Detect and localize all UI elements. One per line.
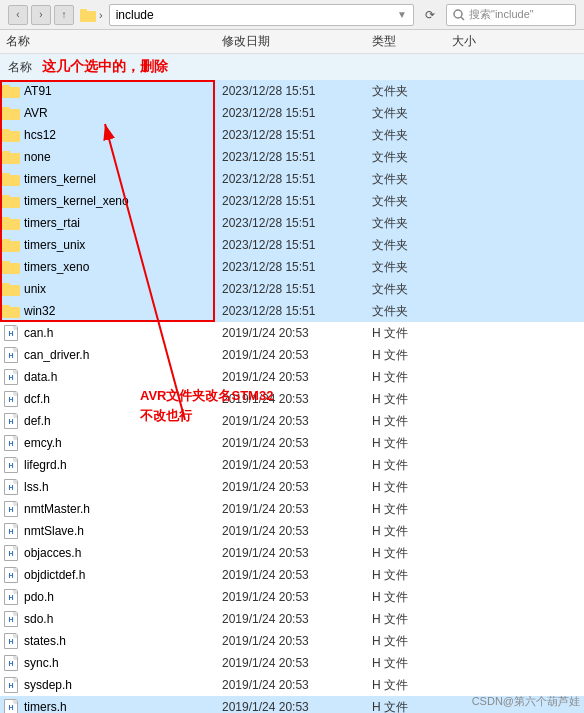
file-date: 2023/12/28 15:51 xyxy=(222,172,372,186)
table-row[interactable]: win32 2023/12/28 15:51 文件夹 xyxy=(0,300,584,322)
file-date: 2019/1/24 20:53 xyxy=(222,326,372,340)
folders-container: AT91 2023/12/28 15:51 文件夹 AVR 2023/12/28… xyxy=(0,80,584,322)
file-date: 2019/1/24 20:53 xyxy=(222,678,372,692)
svg-rect-13 xyxy=(2,173,10,177)
file-type: H 文件 xyxy=(372,369,452,386)
back-button[interactable]: ‹ xyxy=(8,5,28,25)
file-date: 2019/1/24 20:53 xyxy=(222,524,372,538)
svg-rect-11 xyxy=(2,151,10,155)
column-headers: 名称 修改日期 类型 大小 xyxy=(0,30,584,54)
file-date: 2019/1/24 20:53 xyxy=(222,612,372,626)
breadcrumb[interactable]: include ▼ xyxy=(109,4,414,26)
file-date: 2023/12/28 15:51 xyxy=(222,106,372,120)
search-bar[interactable]: 搜索"include" xyxy=(446,4,576,26)
forward-button[interactable]: › xyxy=(31,5,51,25)
table-row[interactable]: H nmtMaster.h 2019/1/24 20:53 H 文件 xyxy=(0,498,584,520)
folder-icon xyxy=(2,148,20,166)
table-row[interactable]: H pdo.h 2019/1/24 20:53 H 文件 xyxy=(0,586,584,608)
file-name: lss.h xyxy=(24,480,222,494)
file-name: nmtMaster.h xyxy=(24,502,222,516)
file-name: win32 xyxy=(24,304,222,318)
file-date: 2023/12/28 15:51 xyxy=(222,238,372,252)
table-row[interactable]: H dcf.h 2019/1/24 20:53 H 文件 xyxy=(0,388,584,410)
file-type: 文件夹 xyxy=(372,171,452,188)
table-row[interactable]: AT91 2023/12/28 15:51 文件夹 xyxy=(0,80,584,102)
folder-icon xyxy=(2,302,20,320)
file-type: 文件夹 xyxy=(372,237,452,254)
table-row[interactable]: H emcy.h 2019/1/24 20:53 H 文件 xyxy=(0,432,584,454)
file-name: timers_unix xyxy=(24,238,222,252)
table-row[interactable]: H def.h 2019/1/24 20:53 H 文件 xyxy=(0,410,584,432)
col-type-header[interactable]: 类型 xyxy=(372,33,452,50)
file-icon: H xyxy=(2,412,20,430)
annotation-delete-text: 这几个选中的，删除 xyxy=(42,58,168,76)
file-date: 2023/12/28 15:51 xyxy=(222,282,372,296)
file-icon: H xyxy=(2,324,20,342)
file-date: 2019/1/24 20:53 xyxy=(222,458,372,472)
file-icon: H xyxy=(2,500,20,518)
svg-rect-23 xyxy=(2,283,10,287)
folder-icon xyxy=(2,214,20,232)
col-name-header[interactable]: 名称 xyxy=(2,33,222,50)
svg-rect-7 xyxy=(2,107,10,111)
file-icon: H xyxy=(2,522,20,540)
file-icon: H xyxy=(2,654,20,672)
file-date: 2019/1/24 20:53 xyxy=(222,480,372,494)
table-row[interactable]: H states.h 2019/1/24 20:53 H 文件 xyxy=(0,630,584,652)
file-name: emcy.h xyxy=(24,436,222,450)
table-row[interactable]: H sysdep.h 2019/1/24 20:53 H 文件 xyxy=(0,674,584,696)
file-date: 2023/12/28 15:51 xyxy=(222,260,372,274)
table-row[interactable]: H objdictdef.h 2019/1/24 20:53 H 文件 xyxy=(0,564,584,586)
files-container: H can.h 2019/1/24 20:53 H 文件 H can_drive… xyxy=(0,322,584,713)
table-row[interactable]: H data.h 2019/1/24 20:53 H 文件 xyxy=(0,366,584,388)
search-icon xyxy=(453,9,465,21)
file-date: 2023/12/28 15:51 xyxy=(222,216,372,230)
table-row[interactable]: timers_kernel 2023/12/28 15:51 文件夹 xyxy=(0,168,584,190)
file-type: H 文件 xyxy=(372,435,452,452)
file-date: 2019/1/24 20:53 xyxy=(222,656,372,670)
svg-rect-5 xyxy=(2,85,10,89)
file-type: 文件夹 xyxy=(372,149,452,166)
folder-icon xyxy=(2,104,20,122)
table-row[interactable]: H can.h 2019/1/24 20:53 H 文件 xyxy=(0,322,584,344)
table-row[interactable]: H can_driver.h 2019/1/24 20:53 H 文件 xyxy=(0,344,584,366)
file-name: pdo.h xyxy=(24,590,222,604)
svg-rect-19 xyxy=(2,239,10,243)
svg-line-3 xyxy=(461,17,464,20)
file-date: 2019/1/24 20:53 xyxy=(222,414,372,428)
file-name: timers_kernel xyxy=(24,172,222,186)
file-type: 文件夹 xyxy=(372,83,452,100)
folder-icon xyxy=(2,170,20,188)
file-type: H 文件 xyxy=(372,545,452,562)
file-type: H 文件 xyxy=(372,501,452,518)
table-row[interactable]: H lifegrd.h 2019/1/24 20:53 H 文件 xyxy=(0,454,584,476)
table-row[interactable]: timers_rtai 2023/12/28 15:51 文件夹 xyxy=(0,212,584,234)
file-type: H 文件 xyxy=(372,699,452,714)
file-name: hcs12 xyxy=(24,128,222,142)
file-name: unix xyxy=(24,282,222,296)
up-button[interactable]: ↑ xyxy=(54,5,74,25)
col-size-header[interactable]: 大小 xyxy=(452,33,512,50)
file-type: H 文件 xyxy=(372,655,452,672)
table-row[interactable]: none 2023/12/28 15:51 文件夹 xyxy=(0,146,584,168)
col-date-header[interactable]: 修改日期 xyxy=(222,33,372,50)
table-row[interactable]: H objacces.h 2019/1/24 20:53 H 文件 xyxy=(0,542,584,564)
table-row[interactable]: unix 2023/12/28 15:51 文件夹 xyxy=(0,278,584,300)
table-row[interactable]: AVR 2023/12/28 15:51 文件夹 xyxy=(0,102,584,124)
annotation-bar: 名称 这几个选中的，删除 xyxy=(0,54,584,80)
table-row[interactable]: timers_xeno 2023/12/28 15:51 文件夹 xyxy=(0,256,584,278)
file-name: can_driver.h xyxy=(24,348,222,362)
table-row[interactable]: H sync.h 2019/1/24 20:53 H 文件 xyxy=(0,652,584,674)
table-row[interactable]: H sdo.h 2019/1/24 20:53 H 文件 xyxy=(0,608,584,630)
file-date: 2019/1/24 20:53 xyxy=(222,436,372,450)
folder-icon xyxy=(2,258,20,276)
table-row[interactable]: hcs12 2023/12/28 15:51 文件夹 xyxy=(0,124,584,146)
table-row[interactable]: timers_kernel_xeno 2023/12/28 15:51 文件夹 xyxy=(0,190,584,212)
file-date: 2019/1/24 20:53 xyxy=(222,546,372,560)
file-type: H 文件 xyxy=(372,325,452,342)
table-row[interactable]: H nmtSlave.h 2019/1/24 20:53 H 文件 xyxy=(0,520,584,542)
table-row[interactable]: H lss.h 2019/1/24 20:53 H 文件 xyxy=(0,476,584,498)
file-type: H 文件 xyxy=(372,413,452,430)
table-row[interactable]: timers_unix 2023/12/28 15:51 文件夹 xyxy=(0,234,584,256)
refresh-button[interactable]: ⟳ xyxy=(420,5,440,25)
